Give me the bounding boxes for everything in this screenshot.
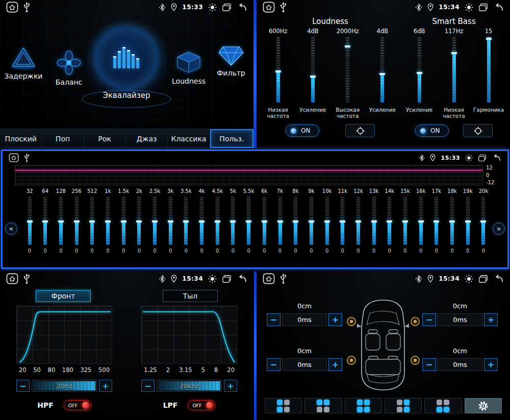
eq-band-slider[interactable]: 16k 0 bbox=[414, 188, 427, 254]
lpf-minus-button[interactable]: − bbox=[141, 380, 155, 392]
preset-classic[interactable]: Классика bbox=[168, 129, 210, 148]
brightness-icon[interactable] bbox=[465, 154, 473, 162]
eq-band-slider[interactable]: 15k 0 bbox=[399, 188, 412, 254]
loudness-on-toggle[interactable]: ON bbox=[286, 125, 319, 137]
recent-apps-icon[interactable] bbox=[222, 275, 232, 283]
menu-item-delays[interactable]: Задержки bbox=[3, 46, 44, 80]
lpf-plus-button[interactable]: + bbox=[224, 380, 237, 392]
smart-bass-slider[interactable]: 117Hz Низкая частота bbox=[438, 28, 470, 120]
delay-minus-button[interactable]: − bbox=[422, 313, 436, 326]
eq-band-slider[interactable]: 2.5k 0 bbox=[148, 188, 162, 254]
eq-band-slider[interactable]: 3.5k 0 bbox=[180, 188, 193, 254]
eq-band-slider[interactable]: 8k 0 bbox=[289, 188, 302, 254]
recent-apps-icon[interactable] bbox=[478, 3, 488, 12]
delay-minus-button[interactable]: − bbox=[267, 313, 280, 326]
eq-band-slider[interactable]: 3k 0 bbox=[164, 188, 177, 254]
brightness-icon[interactable] bbox=[208, 275, 217, 283]
eq-band-slider[interactable]: 4k 0 bbox=[195, 188, 209, 254]
hpf-minus-button[interactable]: − bbox=[16, 380, 30, 392]
menu-item-filter[interactable]: Фильтр bbox=[211, 44, 251, 77]
seats-all-button[interactable] bbox=[345, 398, 382, 413]
eq-band-slider[interactable]: 512 0 bbox=[86, 188, 99, 254]
back-icon[interactable] bbox=[493, 275, 504, 283]
preset-user[interactable]: Польз. bbox=[210, 129, 253, 148]
eq-band-slider[interactable]: 13k 0 bbox=[367, 188, 380, 254]
eq-band-slider[interactable]: 32 0 bbox=[23, 188, 36, 254]
hpf-plus-button[interactable]: + bbox=[99, 380, 112, 392]
loudness-slider[interactable]: 4dB Усиление bbox=[296, 28, 329, 120]
tab-rear[interactable]: Тыл bbox=[163, 290, 218, 302]
preset-jazz[interactable]: Джаз bbox=[126, 129, 168, 148]
eq-band-slider[interactable]: 11k 0 bbox=[336, 188, 349, 254]
menu-item-equalizer[interactable]: Эквалайзер bbox=[89, 29, 164, 100]
eq-band-slider[interactable]: 256 0 bbox=[70, 188, 83, 254]
eq-band-slider[interactable]: 7k 0 bbox=[273, 188, 287, 254]
loudness-target-button[interactable] bbox=[345, 124, 375, 137]
back-icon[interactable] bbox=[492, 154, 501, 162]
seats-rear-button[interactable] bbox=[424, 398, 462, 413]
eq-band-slider[interactable]: 4.5k 0 bbox=[211, 188, 224, 254]
eq-band-slider[interactable]: 2k 0 bbox=[133, 188, 146, 254]
delay-minus-button[interactable]: − bbox=[267, 358, 280, 371]
settings-button[interactable] bbox=[465, 398, 502, 413]
eq-band-slider[interactable]: 19k 0 bbox=[461, 188, 474, 254]
recent-apps-icon[interactable] bbox=[478, 154, 487, 162]
menu-item-loudness[interactable]: Loudness bbox=[167, 50, 211, 85]
eq-band-slider[interactable]: 12k 0 bbox=[351, 188, 365, 254]
lpf-off-toggle[interactable]: OFF bbox=[188, 400, 215, 410]
loudness-slider[interactable]: 4dB Усиление bbox=[366, 28, 399, 120]
menu-item-balance[interactable]: Баланс bbox=[47, 50, 91, 86]
eq-band-slider[interactable]: 5.5k 0 bbox=[242, 188, 256, 254]
eq-band-slider[interactable]: 1.5k 0 bbox=[117, 188, 130, 254]
eq-band-slider[interactable]: 17k 0 bbox=[430, 188, 443, 254]
smart-bass-on-toggle[interactable]: ON bbox=[415, 125, 449, 137]
recent-apps-icon[interactable] bbox=[222, 3, 232, 12]
seats-right-button[interactable] bbox=[385, 398, 422, 413]
back-icon[interactable] bbox=[493, 3, 504, 12]
home-icon[interactable] bbox=[6, 2, 18, 13]
home-icon[interactable] bbox=[6, 273, 18, 284]
smart-bass-slider[interactable]: 15 Гармоника bbox=[472, 28, 505, 120]
recent-apps-icon[interactable] bbox=[478, 275, 488, 283]
brightness-icon[interactable] bbox=[465, 3, 473, 12]
lpf-frequency-slider[interactable]: 20khz bbox=[157, 380, 222, 392]
delay-minus-button[interactable]: − bbox=[422, 358, 436, 371]
delay-plus-button[interactable]: + bbox=[484, 358, 498, 371]
eq-band-slider[interactable]: 64 0 bbox=[39, 188, 52, 254]
clock: 15:33 bbox=[441, 155, 460, 161]
hpf-frequency-slider[interactable]: 20hz bbox=[32, 380, 97, 392]
seats-front-button[interactable] bbox=[304, 398, 342, 413]
eq-band-slider[interactable]: 6k 0 bbox=[258, 188, 271, 254]
back-icon[interactable] bbox=[237, 3, 247, 12]
preset-pop[interactable]: Поп bbox=[42, 129, 84, 148]
back-icon[interactable] bbox=[237, 275, 247, 283]
eq-band-slider[interactable]: 10k 0 bbox=[320, 188, 334, 254]
delay-panel: 15:34 bbox=[257, 271, 510, 420]
home-icon[interactable] bbox=[9, 153, 19, 162]
scroll-right-button[interactable]: » bbox=[493, 223, 505, 235]
eq-band-slider[interactable]: 20k 0 bbox=[477, 188, 490, 254]
delay-plus-button[interactable]: + bbox=[484, 313, 498, 326]
scroll-left-button[interactable]: « bbox=[5, 223, 17, 235]
preset-flat[interactable]: Плоский bbox=[0, 129, 42, 148]
eq-band-slider[interactable]: 1k 0 bbox=[101, 188, 114, 254]
preset-rock[interactable]: Рок bbox=[84, 129, 126, 148]
loudness-slider[interactable]: 2000Hz Высокая частота bbox=[332, 28, 364, 120]
delay-plus-button[interactable]: + bbox=[328, 313, 342, 326]
smart-bass-slider[interactable]: 6dB Усиление bbox=[403, 28, 436, 120]
smart-bass-target-button[interactable] bbox=[463, 124, 493, 137]
seats-left-button[interactable] bbox=[265, 398, 302, 413]
hpf-off-toggle[interactable]: OFF bbox=[64, 400, 91, 410]
eq-band-slider[interactable]: 14k 0 bbox=[383, 188, 396, 254]
eq-band-slider[interactable]: 9k 0 bbox=[304, 188, 318, 254]
eq-band-slider[interactable]: 18k 0 bbox=[446, 188, 459, 254]
home-icon[interactable] bbox=[263, 273, 275, 284]
brightness-icon[interactable] bbox=[465, 275, 473, 283]
eq-band-slider[interactable]: 128 0 bbox=[54, 188, 67, 254]
home-icon[interactable] bbox=[263, 2, 275, 13]
tab-front[interactable]: Фронт bbox=[36, 290, 91, 302]
eq-band-slider[interactable]: 5k 0 bbox=[226, 188, 240, 254]
delay-plus-button[interactable]: + bbox=[328, 358, 342, 371]
loudness-slider[interactable]: 600Hz Низкая частота bbox=[262, 28, 294, 120]
brightness-icon[interactable] bbox=[208, 3, 217, 12]
